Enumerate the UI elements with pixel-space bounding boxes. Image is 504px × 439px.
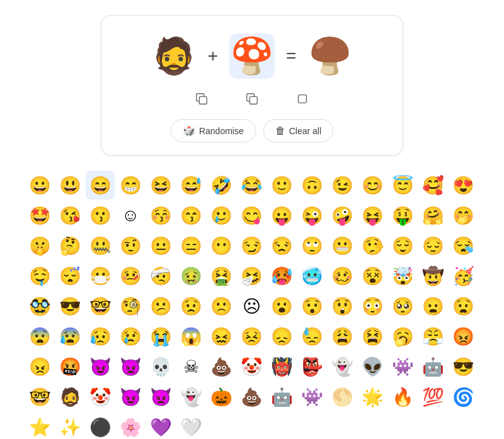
- emoji-cell[interactable]: 🤡: [237, 352, 266, 381]
- emoji-cell[interactable]: 😌: [388, 231, 417, 260]
- emoji-cell[interactable]: 😱: [176, 322, 205, 351]
- emoji-cell[interactable]: 😯: [297, 292, 326, 321]
- emoji-cell[interactable]: 🤥: [358, 231, 387, 260]
- emoji-cell[interactable]: 😆: [146, 171, 175, 200]
- emoji-cell[interactable]: 🤨: [116, 231, 145, 260]
- emoji-cell[interactable]: 🥶: [297, 261, 326, 290]
- emoji-cell[interactable]: 🤫: [25, 231, 54, 260]
- emoji-cell[interactable]: 😥: [86, 322, 115, 351]
- emoji-cell[interactable]: 💯: [418, 382, 447, 411]
- emoji-cell[interactable]: 😴: [55, 261, 84, 290]
- emoji-cell[interactable]: 😐: [146, 231, 175, 260]
- emoji-cell[interactable]: 😎: [449, 352, 478, 381]
- emoji-cell[interactable]: 👿: [116, 352, 145, 381]
- emoji-cell[interactable]: 😛: [267, 201, 296, 230]
- emoji-cell[interactable]: 😷: [86, 261, 115, 290]
- emoji-cell[interactable]: 🌀: [449, 382, 478, 411]
- emoji-cell[interactable]: 😋: [237, 201, 266, 230]
- emoji-cell[interactable]: 👿: [146, 382, 175, 411]
- emoji-cell[interactable]: 🥺: [388, 292, 417, 321]
- emoji-cell[interactable]: 🤤: [25, 261, 54, 290]
- emoji-cell[interactable]: 😵: [358, 261, 387, 290]
- emoji-cell[interactable]: 😝: [358, 201, 387, 230]
- emoji-cell[interactable]: 😊: [358, 171, 387, 200]
- emoji-cell[interactable]: 🌟: [358, 382, 387, 411]
- emoji-cell[interactable]: 😒: [267, 231, 296, 260]
- emoji-cell[interactable]: 🔥: [388, 382, 417, 411]
- emoji-cell[interactable]: 🤠: [418, 261, 447, 290]
- emoji-cell[interactable]: 🥳: [449, 261, 478, 290]
- emoji-cell[interactable]: 😇: [388, 171, 417, 200]
- emoji-cell[interactable]: 🥱: [388, 322, 417, 351]
- emoji-cell[interactable]: ☠: [176, 352, 205, 381]
- emoji-cell[interactable]: 🤍: [176, 413, 205, 439]
- emoji-cell[interactable]: 😃: [55, 171, 84, 200]
- emoji-cell[interactable]: 👾: [388, 352, 417, 381]
- emoji-cell[interactable]: 🤐: [86, 231, 115, 260]
- emoji-cell[interactable]: 😮: [267, 292, 296, 321]
- emoji-cell[interactable]: 😟: [176, 292, 205, 321]
- emoji-cell[interactable]: 😶: [207, 231, 236, 260]
- emoji-cell[interactable]: 🥴: [328, 261, 357, 290]
- emoji-cell[interactable]: 😑: [176, 231, 205, 260]
- emoji-cell[interactable]: 😦: [418, 292, 447, 321]
- emoji-cell[interactable]: 🙄: [297, 231, 326, 260]
- emoji-cell[interactable]: 💩: [237, 382, 266, 411]
- emoji-cell[interactable]: 🤯: [388, 261, 417, 290]
- emoji-cell[interactable]: 🤖: [418, 352, 447, 381]
- emoji-cell[interactable]: 🤩: [25, 201, 54, 230]
- emoji-cell[interactable]: 🥵: [267, 261, 296, 290]
- emoji-cell[interactable]: 😠: [25, 352, 54, 381]
- emoji-cell[interactable]: ⚫: [86, 413, 115, 439]
- emoji-cell[interactable]: 🥰: [418, 171, 447, 200]
- emoji-cell[interactable]: 😖: [207, 322, 236, 351]
- emoji-cell[interactable]: 🤓: [25, 382, 54, 411]
- emoji-cell[interactable]: 😚: [146, 201, 175, 230]
- emoji-cell[interactable]: 🤢: [176, 261, 205, 290]
- emoji-cell[interactable]: 😏: [237, 231, 266, 260]
- clear-all-button[interactable]: 🗑 Clear all: [263, 119, 333, 142]
- emoji-cell[interactable]: 🤪: [328, 201, 357, 230]
- emoji-cell[interactable]: 🎃: [207, 382, 236, 411]
- emoji-cell[interactable]: 😞: [267, 322, 296, 351]
- emoji-cell[interactable]: 😭: [146, 322, 175, 351]
- emoji-cell[interactable]: 😀: [25, 171, 54, 200]
- emoji-cell[interactable]: 😧: [449, 292, 478, 321]
- emoji-cell[interactable]: 😘: [55, 201, 84, 230]
- emoji-cell[interactable]: 👹: [267, 352, 296, 381]
- emoji-cell[interactable]: 😡: [449, 322, 478, 351]
- emoji-cell[interactable]: 🤔: [55, 231, 84, 260]
- emoji-cell[interactable]: 😕: [146, 292, 175, 321]
- emoji-cell[interactable]: 😔: [418, 231, 447, 260]
- randomise-button[interactable]: 🎲 Randomise: [171, 119, 256, 142]
- emoji-cell[interactable]: 😈: [86, 352, 115, 381]
- copy-result-icon[interactable]: [292, 89, 312, 109]
- emoji-cell[interactable]: 😬: [328, 231, 357, 260]
- emoji-cell[interactable]: 😨: [25, 322, 54, 351]
- emoji-cell[interactable]: 🤧: [237, 261, 266, 290]
- emoji-cell[interactable]: 😓: [297, 322, 326, 351]
- emoji-cell[interactable]: 😄: [86, 171, 115, 200]
- emoji-cell[interactable]: 🌕: [328, 382, 357, 411]
- emoji-cell[interactable]: 😅: [176, 171, 205, 200]
- emoji-cell[interactable]: 😩: [328, 322, 357, 351]
- emoji-cell[interactable]: ✨: [55, 413, 84, 439]
- emoji-cell[interactable]: 🤒: [116, 261, 145, 290]
- emoji-cell[interactable]: 🤡: [86, 382, 115, 411]
- emoji-cell[interactable]: 😳: [358, 292, 387, 321]
- emoji-cell[interactable]: 😍: [449, 171, 478, 200]
- emoji-cell[interactable]: 👻: [328, 352, 357, 381]
- emoji-cell[interactable]: 🧔: [55, 382, 84, 411]
- emoji-cell[interactable]: 🤬: [55, 352, 84, 381]
- emoji-cell[interactable]: 😙: [176, 201, 205, 230]
- emoji-cell[interactable]: 🙃: [297, 171, 326, 200]
- emoji-cell[interactable]: 👺: [297, 352, 326, 381]
- emoji-cell[interactable]: 🧐: [116, 292, 145, 321]
- emoji-cell[interactable]: 😪: [449, 231, 478, 260]
- emoji-cell[interactable]: 👽: [358, 352, 387, 381]
- emoji-cell[interactable]: 🤖: [267, 382, 296, 411]
- emoji-cell[interactable]: 💀: [146, 352, 175, 381]
- emoji-cell[interactable]: 🤣: [207, 171, 236, 200]
- emoji-cell[interactable]: 😎: [55, 292, 84, 321]
- emoji-cell[interactable]: 😁: [116, 171, 145, 200]
